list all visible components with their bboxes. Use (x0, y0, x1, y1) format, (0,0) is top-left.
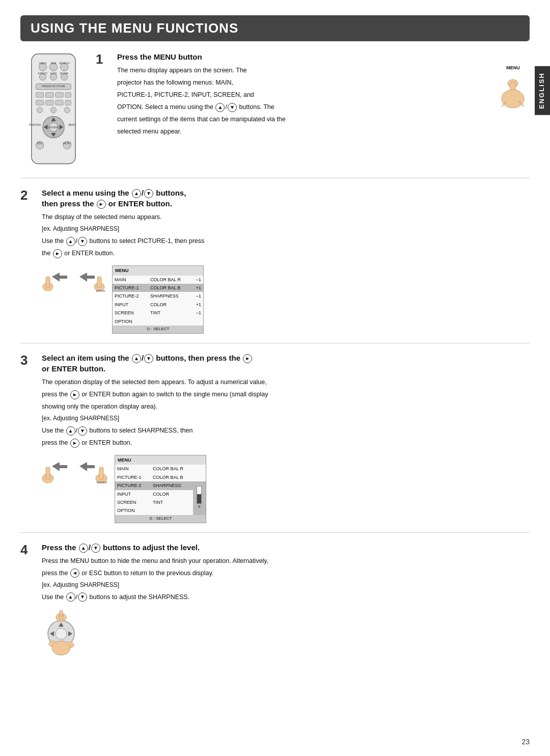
down-btn-inline: ▼ (228, 103, 237, 112)
rt-s3b: ► (70, 390, 79, 399)
svg-point-41 (502, 90, 524, 108)
rt-s2: ► (53, 249, 62, 258)
up-s4: ▲ (66, 592, 75, 602)
s3-menu-row-option: OPTION (115, 506, 206, 515)
svg-text:ASPECT: ASPECT (38, 72, 47, 75)
s3-menu-row-input: INPUT COLOR (115, 490, 206, 498)
step3-illus-1 (42, 452, 70, 485)
svg-text:ESC: ESC (37, 142, 43, 145)
step1-section: VIDEO RGB SEARCH ASPECT AUTO BLANK FREEZ… (20, 51, 530, 178)
svg-rect-11 (65, 93, 71, 98)
s3-menu-row-picture1: PICTURE-1 COLOR BAL B (115, 473, 206, 481)
step1-right-illus: MENU (497, 65, 530, 139)
step2-number: 2 (20, 187, 39, 334)
step3-diagrams: ENTER MENU MAIN COLOR BAL R PICTURE-1 (42, 452, 530, 523)
step2-diagrams: ENTER MENU MAIN COLOR BAL R –1 PICTURE-1 (42, 262, 530, 334)
dn-s4h: ▼ (91, 544, 100, 553)
svg-text:SEARCH: SEARCH (59, 62, 69, 65)
step1-number: 1 (96, 51, 114, 169)
dn-s3: ▼ (78, 426, 87, 436)
svg-rect-66 (60, 610, 63, 616)
menu-label: MENU (506, 65, 520, 70)
svg-rect-46 (46, 277, 50, 288)
menu-row-picture1: PICTURE-1 COLOR BAL B +1 (113, 284, 203, 292)
step4-section: 4 Press the ▲/▼ buttons to adjust the le… (20, 542, 530, 669)
svg-point-59 (56, 628, 67, 639)
rt-s3h: ► (243, 354, 252, 363)
svg-rect-9 (46, 93, 53, 98)
svg-marker-54 (79, 462, 95, 471)
step3-number: 3 (20, 353, 39, 523)
step2-content: Select a menu using the ▲/▼ buttons, the… (42, 187, 530, 334)
step2-body: The display of the selected menu appears… (42, 212, 530, 334)
svg-rect-14 (56, 100, 63, 105)
page-title: USING THE MENU FUNCTIONS (20, 15, 530, 41)
s3-menu-row-picture2: PICTURE-2 SHARPNESS 0 (115, 481, 206, 490)
menu-row-picture2: PICTURE-2 SHARPNESS –1 (113, 292, 203, 300)
step3-body: The operation display of the selected it… (42, 377, 530, 523)
svg-text:BLANK: BLANK (60, 72, 68, 75)
svg-point-16 (37, 107, 43, 113)
up-s2: ▲ (66, 237, 75, 246)
svg-point-69 (52, 641, 70, 655)
step4-body: Press the MENU button to hide the menu a… (42, 556, 530, 660)
svg-point-18 (64, 107, 70, 113)
down-btn-s2: ▼ (144, 189, 153, 198)
svg-text:ENTER: ENTER (97, 481, 107, 484)
step1-heading: Press the MENU button (117, 51, 530, 62)
svg-text:AUTO: AUTO (50, 72, 57, 75)
s3-menu-row-screen: SCREEN TINT (115, 498, 206, 506)
step4-number: 4 (20, 542, 39, 660)
step2-illus-2: ENTER (77, 262, 105, 293)
menu-row-option: OPTION (113, 317, 203, 326)
menu-row-input: INPUT COLOR +1 (113, 301, 203, 309)
svg-text:FREEZE  KEYSTONE: FREEZE KEYSTONE (42, 85, 65, 88)
svg-rect-53 (46, 467, 50, 479)
svg-text:RESET: RESET (63, 142, 71, 145)
svg-text:ENTER: ENTER (48, 126, 59, 129)
lt-s4: ◄ (70, 569, 79, 578)
svg-text:VIDEO: VIDEO (39, 62, 46, 65)
svg-text:POSITION: POSITION (29, 124, 41, 126)
step3-heading: Select an item using the ▲/▼ buttons, th… (42, 353, 530, 374)
hand-menu-illustration (497, 73, 530, 109)
svg-marker-51 (52, 462, 67, 471)
remote-control-image: VIDEO RGB SEARCH ASPECT AUTO BLANK FREEZ… (20, 51, 87, 169)
english-tab: ENGLISH (535, 66, 550, 115)
step3-content: Select an item using the ▲/▼ buttons, th… (42, 353, 530, 523)
up-s3: ▲ (66, 426, 75, 436)
s3-menu-row-main: MAIN COLOR BAL R (115, 465, 206, 473)
step1-body: The menu display appears on the screen. … (117, 65, 488, 139)
step2-mini-menu: MENU MAIN COLOR BAL R –1 PICTURE-1 COLOR… (112, 265, 204, 334)
menu-row-main: MAIN COLOR BAL R –1 (113, 276, 203, 284)
step2-illus-1 (42, 262, 70, 293)
step2-heading: Select a menu using the ▲/▼ buttons, the… (42, 187, 530, 209)
step3-illus-2: ENTER (77, 452, 107, 485)
up-btn-inline: ▲ (215, 103, 225, 112)
up-btn-s2: ▲ (132, 189, 141, 198)
up-s4h: ▲ (79, 544, 88, 553)
page-number: 23 (521, 738, 530, 746)
dn-s4: ▼ (78, 592, 87, 602)
step3-section: 3 Select an item using the ▲/▼ buttons, … (20, 353, 530, 533)
svg-rect-56 (99, 467, 103, 479)
menu-row-screen: SCREEN TINT –1 (113, 309, 203, 317)
svg-text:RGB: RGB (51, 62, 56, 65)
up-s3h: ▲ (132, 354, 141, 363)
step2-section: 2 Select a menu using the ▲/▼ buttons, t… (20, 187, 530, 343)
svg-rect-15 (65, 100, 71, 105)
svg-marker-47 (79, 273, 95, 282)
svg-rect-10 (56, 93, 63, 98)
dn-s3h: ▼ (144, 354, 153, 363)
step4-illustration (42, 608, 530, 660)
right-btn-s2: ► (97, 200, 106, 209)
svg-text:MENU: MENU (68, 124, 76, 126)
step1-content: Press the MENU button The menu display a… (117, 51, 530, 169)
svg-text:ENTER: ENTER (96, 289, 105, 292)
svg-rect-8 (36, 93, 44, 98)
svg-rect-49 (97, 277, 101, 288)
dn-s2: ▼ (78, 237, 87, 246)
step3-mini-menu: MENU MAIN COLOR BAL R PICTURE-1 COLOR BA… (115, 455, 206, 523)
svg-marker-44 (52, 273, 67, 282)
svg-rect-13 (46, 100, 53, 105)
